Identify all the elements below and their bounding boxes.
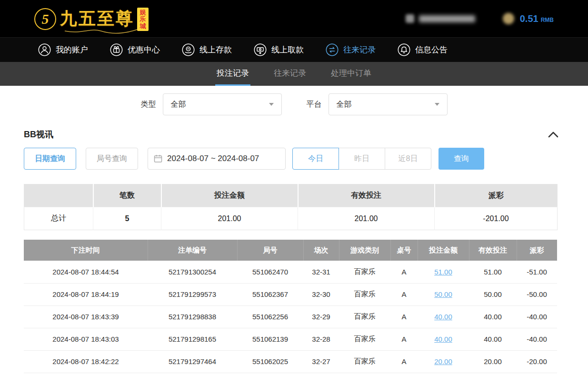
header-game-type: 游戏类别 — [339, 240, 390, 261]
tab-transaction-records[interactable]: 往来记录 — [272, 62, 308, 86]
yesterday-button[interactable]: 昨日 — [339, 148, 385, 170]
payout: -51.00 — [517, 261, 557, 283]
valid-bet: 40.00 — [469, 328, 517, 350]
summary-header-row: 笔数 投注金额 有效投注 派彩 — [24, 184, 558, 207]
session: 32-29 — [303, 305, 339, 328]
date-range-value: 2024-08-07 ~ 2024-08-07 — [167, 154, 259, 163]
table-row: 2024-08-07 18:43:39521791298838551062256… — [24, 305, 557, 328]
table-row: 2024-08-07 18:44:54521791300254551062470… — [24, 261, 557, 283]
withdraw-icon — [254, 43, 267, 56]
today-button[interactable]: 今日 — [292, 148, 339, 170]
logo-emblem: 5 — [34, 8, 56, 30]
user-icon — [38, 43, 51, 56]
nav-item-records[interactable]: 往来记录 — [326, 43, 376, 56]
tab-bet-records[interactable]: 投注记录 — [215, 62, 250, 86]
table-no: A — [390, 305, 418, 328]
game-type: 百家乐 — [339, 350, 390, 373]
platform-select-value: 全部 — [337, 100, 352, 110]
game-type: 百家乐 — [339, 305, 390, 328]
type-select-value: 全部 — [171, 100, 186, 110]
nav-item-announcements[interactable]: 信息公告 — [398, 43, 448, 56]
nav-item-my-account[interactable]: 我的账户 — [38, 43, 88, 56]
calendar-icon — [154, 154, 162, 163]
date-range-input[interactable]: 2024-08-07 ~ 2024-08-07 — [148, 148, 286, 170]
section-title: BB视讯 — [24, 129, 53, 140]
session: 32-28 — [303, 328, 339, 350]
nav-item-withdraw[interactable]: 线上取款 — [254, 43, 304, 56]
summary-count: 5 — [93, 207, 161, 230]
balance-currency: RMB — [541, 17, 554, 23]
session: 32-30 — [303, 283, 339, 305]
date-query-button[interactable]: 日期查询 — [24, 148, 76, 170]
deposit-icon — [182, 43, 195, 56]
summary-total-label: 总计 — [24, 207, 93, 230]
bet-amount: 50.00 — [418, 283, 469, 305]
game-type: 百家乐 — [339, 283, 390, 305]
summary-payout: -201.00 — [435, 207, 558, 230]
table-no: A — [390, 328, 418, 350]
query-row: 日期查询 局号查询 2024-08-07 ~ 2024-08-07 今日 昨日 … — [0, 148, 588, 170]
header-valid-bet: 有效投注 — [469, 240, 517, 261]
bet-amount-link[interactable]: 40.00 — [434, 313, 452, 321]
bet-id: 521791300254 — [148, 261, 237, 283]
summary-table: 笔数 投注金额 有效投注 派彩 总计 5 201.00 201.00 -201.… — [24, 184, 558, 230]
search-button[interactable]: 查询 — [439, 148, 484, 170]
gift-icon — [110, 43, 123, 56]
round-no: 551062256 — [237, 305, 303, 328]
nav-item-promotions[interactable]: 优惠中心 — [110, 43, 160, 56]
nav-item-label: 信息公告 — [415, 44, 448, 55]
tab-label: 处理中订单 — [331, 68, 371, 79]
collapse-chevron-up-icon[interactable] — [548, 132, 558, 138]
payout: -40.00 — [517, 328, 557, 350]
bet-amount: 40.00 — [418, 305, 469, 328]
valid-bet: 50.00 — [469, 283, 517, 305]
header-bet-time: 下注时间 — [24, 240, 148, 261]
tab-processing-orders[interactable]: 处理中订单 — [329, 62, 373, 86]
records-icon — [326, 43, 339, 56]
session: 32-27 — [303, 350, 339, 373]
bet-time: 2024-08-07 18:43:03 — [24, 328, 148, 350]
detail-table-body: 2024-08-07 18:44:54521791300254551062470… — [24, 261, 557, 373]
nav-item-deposit[interactable]: 线上存款 — [182, 43, 232, 56]
blurred-coin-icon — [503, 13, 514, 24]
platform-filter-label: 平台 — [307, 100, 322, 110]
summary-total-row: 总计 5 201.00 201.00 -201.00 — [24, 207, 558, 230]
bet-time: 2024-08-07 18:43:39 — [24, 305, 148, 328]
bet-amount-link[interactable]: 20.00 — [434, 357, 452, 366]
site-logo[interactable]: 5 九五至尊 娱乐城 — [34, 6, 149, 31]
last-8-days-button[interactable]: 近8日 — [385, 148, 431, 170]
chevron-down-icon — [435, 103, 439, 106]
tab-label: 往来记录 — [274, 68, 306, 79]
nav-item-label: 线上存款 — [199, 44, 232, 55]
tab-label: 投注记录 — [217, 68, 249, 79]
detail-header-row: 下注时间 注单编号 局号 场次 游戏类别 桌号 投注金额 有效投注 派彩 — [24, 240, 557, 261]
valid-bet: 40.00 — [469, 305, 517, 328]
summary-header-valid-bet: 有效投注 — [298, 184, 435, 207]
nav-item-label: 线上取款 — [271, 44, 304, 55]
round-query-button[interactable]: 局号查询 — [86, 148, 138, 170]
header-bet-id: 注单编号 — [148, 240, 237, 261]
bet-amount: 40.00 — [418, 328, 469, 350]
balance-value: 0.51 — [520, 13, 538, 24]
section-head: BB视讯 — [0, 124, 588, 148]
valid-bet: 20.00 — [469, 350, 517, 373]
nav-item-label: 优惠中心 — [128, 44, 160, 55]
round-no: 551062139 — [237, 328, 303, 350]
bet-amount-link[interactable]: 50.00 — [434, 290, 452, 298]
bet-amount: 51.00 — [418, 261, 469, 283]
bet-amount-link[interactable]: 51.00 — [434, 268, 452, 276]
type-select[interactable]: 全部 — [163, 93, 282, 115]
table-row: 2024-08-07 18:42:22521791297464551062025… — [24, 350, 557, 373]
summary-header-empty — [24, 184, 93, 207]
top-header: 5 九五至尊 娱乐城 0.51 RMB — [0, 0, 588, 37]
header-session: 场次 — [303, 240, 339, 261]
chevron-down-icon — [269, 103, 274, 106]
payout: -40.00 — [517, 305, 557, 328]
payout: -20.00 — [517, 350, 557, 373]
platform-select[interactable]: 全部 — [329, 93, 448, 115]
summary-valid-bet: 201.00 — [298, 207, 435, 230]
round-no: 551062470 — [237, 261, 303, 283]
bet-id: 521791298165 — [148, 328, 237, 350]
bet-amount-link[interactable]: 40.00 — [434, 335, 452, 343]
round-no: 551062025 — [237, 350, 303, 373]
